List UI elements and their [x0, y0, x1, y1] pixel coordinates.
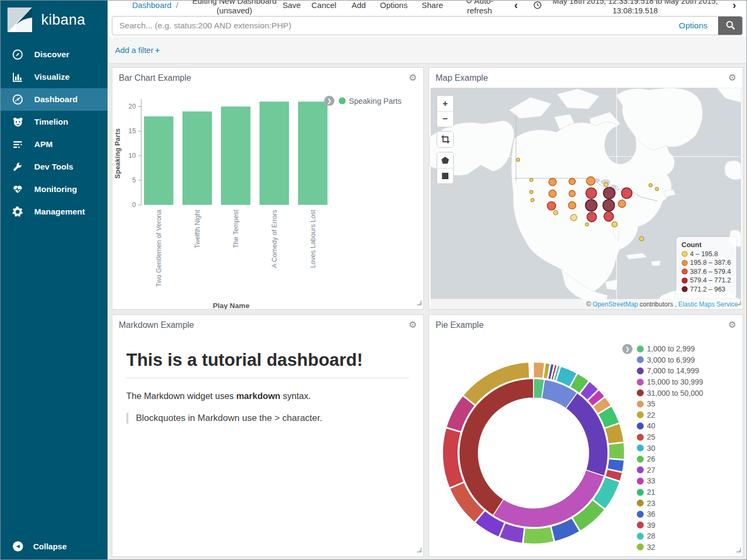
- zoom-out-button[interactable]: −: [437, 111, 453, 127]
- search-options-link[interactable]: Options: [668, 17, 718, 35]
- bar[interactable]: [260, 102, 289, 205]
- elastic-maps-link[interactable]: Elastic Maps Service: [679, 301, 738, 308]
- pie-legend-item[interactable]: 3,000 to 6,999: [637, 355, 703, 366]
- sidebar-item-devtools[interactable]: Dev Tools: [1, 156, 108, 178]
- map-marker[interactable]: [585, 200, 597, 211]
- sidebar-item-visualize[interactable]: Visualize: [1, 66, 108, 88]
- sidebar-item-monitoring[interactable]: Monitoring: [1, 178, 108, 201]
- breadcrumb-dashboard[interactable]: Dashboard: [132, 1, 171, 10]
- map-marker[interactable]: [516, 158, 520, 162]
- map-marker[interactable]: [655, 187, 659, 190]
- map-canvas[interactable]: + − Count 4: [429, 88, 743, 310]
- pie-slice[interactable]: [523, 526, 554, 544]
- map-marker[interactable]: [570, 214, 577, 221]
- share-button[interactable]: Share: [422, 1, 443, 10]
- map-marker[interactable]: [603, 200, 615, 211]
- search-input[interactable]: [112, 17, 668, 35]
- sidebar-item-management[interactable]: Management: [1, 201, 108, 223]
- map-marker[interactable]: [547, 202, 556, 210]
- polygon-tool-icon[interactable]: [437, 152, 453, 168]
- sidebar-item-apm[interactable]: APM: [1, 133, 108, 156]
- pie-legend-item[interactable]: 40: [637, 420, 703, 432]
- map-marker[interactable]: [568, 202, 576, 209]
- map-marker[interactable]: [549, 190, 557, 197]
- auto-refresh-button[interactable]: ↻ Auto- refresh: [458, 1, 501, 16]
- pie-legend-item[interactable]: 21: [637, 487, 703, 498]
- map-marker[interactable]: [621, 188, 632, 198]
- map-marker[interactable]: [604, 187, 615, 199]
- pie-legend-item[interactable]: 25: [637, 432, 703, 443]
- map-marker[interactable]: [586, 177, 595, 185]
- pie-legend-item[interactable]: 33: [637, 475, 703, 487]
- map-marker[interactable]: [530, 178, 533, 181]
- bar[interactable]: [298, 102, 327, 205]
- resize-handle-icon[interactable]: [416, 298, 422, 308]
- pie-legend-item[interactable]: 7,000 to 14,999: [637, 365, 703, 377]
- zoom-in-button[interactable]: +: [437, 96, 453, 111]
- map-marker[interactable]: [639, 236, 644, 241]
- kibana-logo[interactable]: kibana: [7, 7, 86, 32]
- map-marker[interactable]: [531, 198, 534, 202]
- pie-legend-item[interactable]: 35: [637, 398, 703, 410]
- pie-legend-item[interactable]: 28: [637, 531, 703, 542]
- add-filter-link[interactable]: Add a filter+: [115, 45, 159, 55]
- pie-legend-item[interactable]: 15,000 to 30,999: [637, 377, 703, 388]
- panel-gear-icon[interactable]: ⚙: [409, 320, 417, 329]
- sidebar-item-dashboard[interactable]: Dashboard: [1, 88, 108, 111]
- pie-slice[interactable]: [533, 362, 545, 378]
- sidebar-item-discover[interactable]: Discover: [1, 43, 108, 66]
- time-range-picker[interactable]: May 18th 2015, 12:33:19.518 to May 20th …: [545, 1, 725, 16]
- pie-legend-item[interactable]: 22: [637, 410, 703, 421]
- options-button[interactable]: Options: [380, 1, 408, 10]
- legend-item[interactable]: Speaking Parts: [349, 97, 401, 105]
- map-marker[interactable]: [618, 200, 626, 208]
- panel-gear-icon[interactable]: ⚙: [728, 320, 736, 329]
- time-forward-arrow[interactable]: ›: [733, 1, 736, 11]
- pie-legend-item[interactable]: 39: [637, 520, 703, 531]
- rectangle-tool-icon[interactable]: [437, 168, 453, 183]
- pie-legend-item[interactable]: 31,000 to 50,000: [637, 387, 703, 398]
- map-marker[interactable]: [530, 190, 533, 194]
- resize-handle-icon[interactable]: [416, 545, 422, 555]
- panel-gear-icon[interactable]: ⚙: [728, 73, 736, 82]
- pie-legend-item[interactable]: 26: [637, 454, 703, 465]
- cancel-button[interactable]: Cancel: [311, 1, 337, 10]
- pie-legend-item[interactable]: 30: [637, 442, 703, 454]
- bar[interactable]: [221, 106, 250, 205]
- bar-chart-legend: ❯ Speaking Parts: [324, 96, 401, 106]
- bar[interactable]: [182, 111, 212, 205]
- legend-label: 39: [647, 521, 655, 530]
- pie-legend-item[interactable]: 1,000 to 2,999: [637, 343, 703, 355]
- panel-gear-icon[interactable]: ⚙: [409, 73, 417, 82]
- pie-legend-item[interactable]: 23: [637, 497, 703, 509]
- map-marker[interactable]: [604, 182, 608, 187]
- search-submit-button[interactable]: [718, 17, 742, 35]
- map-marker[interactable]: [554, 211, 558, 215]
- map-marker[interactable]: [549, 178, 557, 186]
- map-marker[interactable]: [604, 212, 614, 221]
- bar-chart-icon: [12, 71, 24, 83]
- sidebar-collapse-button[interactable]: ◀ Collapse: [1, 536, 108, 556]
- pie-legend-item[interactable]: 36: [637, 509, 703, 520]
- pie-legend-item[interactable]: 32: [637, 542, 703, 553]
- map-marker[interactable]: [586, 188, 597, 198]
- pie-legend-item[interactable]: 27: [637, 465, 703, 476]
- map-marker[interactable]: [587, 212, 597, 222]
- openstreetmap-link[interactable]: OpenStreetMap: [593, 301, 638, 308]
- map-marker[interactable]: [569, 178, 575, 185]
- map-marker[interactable]: [649, 183, 652, 187]
- bar[interactable]: [144, 117, 173, 205]
- add-button[interactable]: Add: [352, 1, 366, 10]
- pie-slice[interactable]: [608, 443, 624, 459]
- map-marker[interactable]: [569, 190, 575, 197]
- save-button[interactable]: Save: [283, 1, 301, 10]
- crop-tool-icon[interactable]: [437, 132, 453, 147]
- map-marker[interactable]: [585, 223, 589, 226]
- sidebar-item-timelion[interactable]: Timelion: [1, 111, 108, 133]
- resize-handle-icon[interactable]: [736, 545, 741, 555]
- legend-toggle-icon[interactable]: ❯: [622, 344, 632, 354]
- resize-handle-icon[interactable]: [736, 298, 741, 308]
- map-marker[interactable]: [612, 222, 618, 227]
- time-back-arrow[interactable]: ‹: [514, 1, 518, 11]
- legend-toggle-icon[interactable]: ❯: [324, 96, 334, 106]
